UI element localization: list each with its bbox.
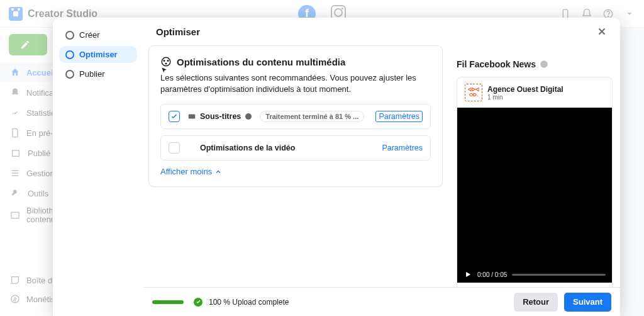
post-actions: Aimer Commenter bbox=[457, 283, 612, 287]
opt-label: Optimisations de la vidéo bbox=[200, 144, 295, 152]
back-button[interactable]: Retour bbox=[514, 293, 558, 312]
next-button[interactable]: Suivant bbox=[564, 293, 611, 312]
cc-icon bbox=[187, 112, 196, 121]
video-opt-title: Optimisations de la vidéo bbox=[187, 144, 295, 152]
upload-status-text: 100 % Upload complete bbox=[209, 298, 289, 307]
play-icon[interactable] bbox=[464, 270, 472, 279]
step-optimiser[interactable]: Optimiser bbox=[59, 46, 137, 63]
card-title: Optimisations du contenu multimédia bbox=[177, 57, 345, 67]
preview-column: Fil Facebook News ᐊᐅᐊ OD. Agence Ouest D… bbox=[457, 45, 613, 287]
film-icon bbox=[160, 56, 172, 67]
video-time-current: 0:00 / 0:05 bbox=[477, 271, 507, 278]
svg-point-9 bbox=[165, 63, 167, 65]
like-button[interactable]: Aimer bbox=[457, 283, 535, 287]
svg-rect-10 bbox=[189, 115, 196, 119]
video-preview[interactable]: 0:00 / 0:05 bbox=[457, 108, 612, 283]
step-label: Créer bbox=[79, 30, 100, 40]
optimization-card: Optimisations du contenu multimédia Les … bbox=[148, 45, 443, 187]
dialog-body: Optimisations du contenu multimédia Les … bbox=[143, 45, 620, 287]
step-publier[interactable]: Publier bbox=[59, 65, 137, 82]
svg-point-7 bbox=[164, 60, 165, 62]
video-opt-checkbox[interactable] bbox=[169, 142, 180, 154]
comment-button[interactable]: Commenter bbox=[535, 283, 612, 287]
svg-point-6 bbox=[162, 57, 170, 66]
preview-title: Fil Facebook News bbox=[457, 59, 613, 69]
preview-title-text: Fil Facebook News bbox=[457, 59, 536, 69]
step-label: Optimiser bbox=[79, 50, 118, 59]
content-column: Optimisations du contenu multimédia Les … bbox=[143, 45, 448, 287]
dialog-title: Optimiser bbox=[156, 26, 200, 37]
card-description: Les sélections suivantes sont recommandé… bbox=[160, 72, 431, 95]
svg-point-11 bbox=[245, 113, 252, 120]
show-less-link[interactable]: Afficher moins bbox=[160, 167, 431, 176]
info-icon[interactable] bbox=[540, 60, 548, 69]
processing-badge: Traitement terminé à 81 % ... bbox=[260, 111, 364, 122]
wand-icon bbox=[187, 144, 196, 152]
show-less-label: Afficher moins bbox=[160, 167, 212, 176]
opt-row-video: Optimisations de la vidéo Paramètres bbox=[160, 135, 431, 161]
subtitles-checkbox[interactable] bbox=[169, 111, 180, 122]
video-progress[interactable] bbox=[512, 274, 606, 276]
post-preview-card: ᐊᐅᐊ OD. Agence Ouest Digital 1 min 0:00 … bbox=[457, 77, 613, 287]
cursor-icon bbox=[160, 67, 169, 76]
opt-row-subtitles: Sous-titres Traitement terminé à 81 % ..… bbox=[160, 104, 431, 129]
close-button[interactable] bbox=[596, 26, 608, 37]
svg-point-8 bbox=[167, 60, 169, 62]
subtitles-title: Sous-titres Traitement terminé à 81 % ..… bbox=[187, 111, 364, 122]
upload-complete-icon bbox=[194, 298, 203, 307]
page-name: Agence Ouest Digital bbox=[487, 85, 564, 94]
step-creer[interactable]: Créer bbox=[59, 26, 137, 43]
opt-label: Sous-titres bbox=[200, 112, 241, 121]
stepper: Créer Optimiser Publier bbox=[53, 18, 143, 316]
upload-progress-bar bbox=[152, 300, 184, 304]
video-settings-link[interactable]: Paramètres bbox=[382, 144, 423, 152]
video-controls: 0:00 / 0:05 bbox=[457, 270, 612, 279]
dialog-footer: 100 % Upload complete Retour Suivant bbox=[143, 287, 620, 316]
post-time: 1 min bbox=[487, 94, 564, 101]
step-label: Publier bbox=[79, 69, 104, 79]
subtitles-settings-link[interactable]: Paramètres bbox=[375, 111, 423, 122]
card-heading: Optimisations du contenu multimédia bbox=[160, 56, 431, 67]
upload-dialog: Créer Optimiser Publier Optimiser Optimi… bbox=[53, 18, 620, 316]
svg-point-12 bbox=[540, 60, 548, 68]
chevron-up-icon bbox=[214, 168, 222, 176]
dialog-main: Optimiser Optimisations du contenu multi… bbox=[143, 18, 620, 316]
info-icon[interactable] bbox=[245, 113, 252, 120]
page-avatar: ᐊᐅᐊ OD. bbox=[465, 84, 482, 101]
dialog-header: Optimiser bbox=[143, 18, 620, 45]
post-header: ᐊᐅᐊ OD. Agence Ouest Digital 1 min bbox=[457, 77, 612, 108]
